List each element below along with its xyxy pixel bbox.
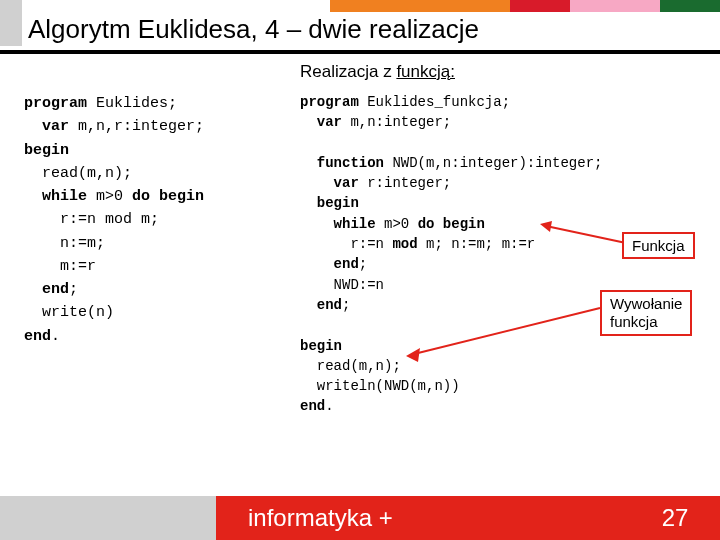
top-color-stripe	[330, 0, 720, 12]
code-text: m:=r	[24, 258, 96, 275]
callout-wywolanie-l1: Wywołanie	[610, 295, 682, 312]
kw-begin: begin	[300, 195, 359, 211]
stripe-green	[660, 0, 720, 12]
footer-brand: informatyka +	[216, 496, 630, 540]
slide-title: Algorytm Euklidesa, 4 – dwie realizacje	[28, 14, 479, 45]
code-text: writeln(NWD(m,n))	[300, 378, 460, 394]
code-text: read(m,n);	[24, 165, 132, 182]
code-block-left: program Euklides; var m,n,r:integer; beg…	[24, 92, 274, 348]
kw-var: var	[24, 118, 69, 135]
code-blank	[300, 135, 308, 151]
arrow-to-wywolanie	[404, 304, 604, 362]
callout-funkcja-label: Funkcja	[632, 237, 685, 254]
kw-end: end	[300, 398, 325, 414]
code-text: n:=m;	[24, 235, 105, 252]
code-text: .	[51, 328, 60, 345]
slide-footer: informatyka + 27	[0, 496, 720, 540]
kw-begin: begin	[24, 142, 69, 159]
kw-end: end	[24, 328, 51, 345]
title-left-band	[0, 0, 22, 46]
kw-var: var	[300, 175, 359, 191]
code-text: r:integer;	[359, 175, 451, 191]
code-text: Euklides;	[87, 95, 177, 112]
code-text: NWD(m,n:integer):integer;	[384, 155, 602, 171]
stripe-red	[510, 0, 570, 12]
code-text: read(m,n);	[300, 358, 401, 374]
code-text: m>0	[87, 188, 132, 205]
svg-marker-3	[406, 348, 420, 362]
callout-wywolanie-l2: funkcja	[610, 313, 658, 330]
svg-marker-1	[540, 221, 552, 232]
kw-while: while	[300, 216, 376, 232]
code-blank	[300, 317, 308, 333]
code-text: NWD:=n	[300, 277, 384, 293]
code-text: r:=n mod m;	[24, 211, 159, 228]
kw-var: var	[300, 114, 342, 130]
kw-begin: begin	[300, 338, 342, 354]
code-text: m>0	[376, 216, 418, 232]
code-text: Euklides_funkcja;	[359, 94, 510, 110]
code-text: m; n:=m; m:=r	[418, 236, 536, 252]
kw-while: while	[24, 188, 87, 205]
kw-mod: mod	[392, 236, 417, 252]
code-text: write(n)	[24, 304, 114, 321]
footer-left-band	[0, 496, 216, 540]
stripe-pink	[570, 0, 660, 12]
svg-line-0	[546, 226, 626, 243]
code-text: r:=n	[300, 236, 392, 252]
code-text: ;	[69, 281, 78, 298]
code-text: ;	[342, 297, 350, 313]
callout-wywolanie: Wywołanie funkcja	[600, 290, 692, 336]
kw-do-begin: do begin	[418, 216, 485, 232]
code-text: .	[325, 398, 333, 414]
subheader: Realizacja z funkcją:	[300, 62, 455, 82]
kw-end: end	[24, 281, 69, 298]
title-underline	[0, 50, 720, 54]
kw-end: end	[300, 297, 342, 313]
callout-funkcja: Funkcja	[622, 232, 695, 259]
kw-end: end	[300, 256, 359, 272]
arrow-to-funkcja	[540, 218, 630, 248]
subheader-text: Realizacja z	[300, 62, 392, 81]
stripe-orange	[330, 0, 510, 12]
kw-program: program	[300, 94, 359, 110]
subheader-underlined: funkcją:	[396, 62, 455, 81]
code-text: m,n:integer;	[342, 114, 451, 130]
svg-line-2	[414, 308, 600, 354]
kw-program: program	[24, 95, 87, 112]
footer-page-number: 27	[630, 496, 720, 540]
kw-function: function	[300, 155, 384, 171]
kw-do-begin: do begin	[132, 188, 204, 205]
code-text: ;	[359, 256, 367, 272]
code-text: m,n,r:integer;	[69, 118, 204, 135]
